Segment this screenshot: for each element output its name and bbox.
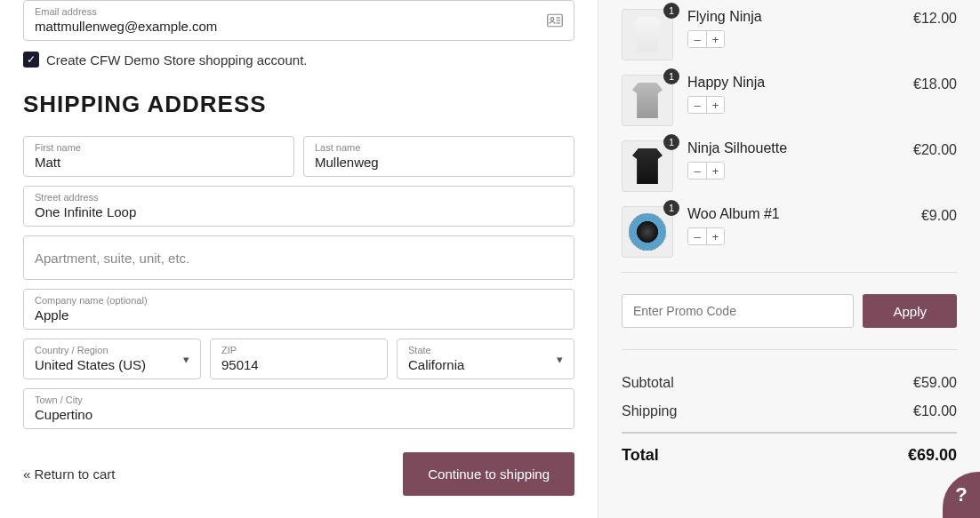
qty-badge: 1 [663, 68, 679, 84]
product-title: Flying Ninja [687, 9, 899, 25]
subtotal-row: Subtotal €59.00 [622, 375, 957, 391]
return-to-cart-link[interactable]: « Return to cart [23, 466, 115, 482]
qty-decrement-button[interactable]: – [688, 228, 706, 244]
street-label: Street address [35, 192, 563, 203]
street-field[interactable]: Street address [23, 186, 574, 227]
state-value: California [408, 355, 563, 372]
product-price: €18.00 [913, 76, 957, 92]
qty-stepper: – + [687, 30, 725, 48]
state-select[interactable]: State California ▾ [397, 339, 574, 379]
apartment-field[interactable] [23, 235, 574, 280]
qty-stepper: – + [687, 227, 725, 245]
qty-decrement-button[interactable]: – [688, 97, 706, 113]
qty-badge: 1 [663, 200, 679, 216]
question-icon: ? [955, 483, 967, 506]
order-summary: 1 Flying Ninja – + €12.00 1 Happy Ninja … [598, 0, 980, 518]
cart-item: 1 Ninja Silhouette – + €20.00 [622, 140, 957, 192]
product-thumbnail: 1 [622, 9, 673, 60]
qty-increment-button[interactable]: + [706, 163, 724, 179]
qty-stepper: – + [687, 162, 725, 179]
cart-item: 1 Happy Ninja – + €18.00 [622, 75, 957, 126]
first-name-input[interactable] [35, 153, 283, 170]
checkout-form: Email address ✓ Create CFW Demo Store sh… [0, 0, 598, 518]
create-account-row[interactable]: ✓ Create CFW Demo Store shopping account… [23, 52, 574, 68]
zip-label: ZIP [221, 345, 376, 355]
city-input[interactable] [35, 405, 563, 422]
create-account-checkbox[interactable]: ✓ [23, 52, 39, 68]
total-label: Total [622, 446, 659, 465]
svg-point-1 [550, 18, 554, 21]
country-label: Country / Region [35, 345, 189, 355]
email-input[interactable] [35, 17, 563, 34]
qty-increment-button[interactable]: + [706, 97, 724, 113]
first-name-label: First name [35, 142, 283, 153]
product-title: Woo Album #1 [687, 206, 907, 222]
subtotal-label: Subtotal [622, 375, 674, 391]
product-price: €9.00 [921, 208, 957, 224]
total-row: Total €69.00 [622, 432, 957, 465]
email-label: Email address [35, 6, 563, 17]
shipping-address-heading: SHIPPING ADDRESS [23, 91, 574, 118]
shipping-row: Shipping €10.00 [622, 403, 957, 419]
qty-increment-button[interactable]: + [706, 228, 724, 244]
promo-row: Apply [622, 272, 957, 350]
product-thumbnail: 1 [622, 140, 673, 192]
qty-decrement-button[interactable]: – [688, 163, 706, 179]
company-input[interactable] [35, 306, 563, 323]
last-name-input[interactable] [315, 153, 563, 170]
product-title: Happy Ninja [687, 75, 899, 91]
street-input[interactable] [35, 203, 563, 219]
continue-to-shipping-button[interactable]: Continue to shipping [403, 452, 574, 496]
last-name-label: Last name [315, 142, 563, 153]
email-field-wrap[interactable]: Email address [23, 0, 574, 41]
product-title: Ninja Silhouette [687, 140, 899, 156]
zip-input[interactable] [221, 355, 376, 372]
state-label: State [408, 345, 563, 355]
zip-field[interactable]: ZIP [210, 339, 388, 379]
product-price: €12.00 [913, 11, 957, 27]
contact-card-icon [547, 13, 563, 28]
country-select[interactable]: Country / Region United States (US) ▾ [23, 339, 201, 379]
company-label: Company name (optional) [35, 295, 563, 306]
first-name-field[interactable]: First name [23, 136, 294, 177]
shipping-label: Shipping [622, 403, 677, 419]
country-value: United States (US) [35, 355, 189, 372]
company-field[interactable]: Company name (optional) [23, 289, 574, 330]
cart-item: 1 Woo Album #1 – + €9.00 [622, 206, 957, 258]
subtotal-value: €59.00 [913, 375, 957, 391]
city-field[interactable]: Town / City [23, 388, 574, 429]
qty-badge: 1 [663, 3, 679, 19]
qty-decrement-button[interactable]: – [688, 31, 706, 47]
product-thumbnail: 1 [622, 206, 673, 258]
qty-badge: 1 [663, 134, 679, 150]
qty-stepper: – + [687, 96, 725, 114]
apply-promo-button[interactable]: Apply [863, 294, 957, 328]
create-account-label: Create CFW Demo Store shopping account. [46, 52, 307, 68]
total-value: €69.00 [908, 446, 957, 465]
qty-increment-button[interactable]: + [706, 31, 724, 47]
shipping-value: €10.00 [913, 403, 957, 419]
product-price: €20.00 [913, 142, 957, 158]
last-name-field[interactable]: Last name [303, 136, 574, 177]
cart-item: 1 Flying Ninja – + €12.00 [622, 9, 957, 60]
product-thumbnail: 1 [622, 75, 673, 126]
apartment-input[interactable] [35, 249, 563, 266]
city-label: Town / City [35, 394, 563, 405]
promo-code-input[interactable] [622, 294, 854, 328]
